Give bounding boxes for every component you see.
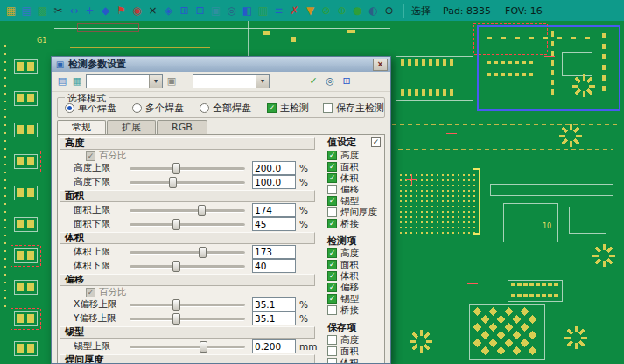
checkbox-icon — [86, 151, 95, 161]
volume-lower-slider[interactable] — [130, 260, 245, 273]
target-select-icon[interactable]: ◈ — [161, 4, 176, 18]
chevron-down-icon[interactable]: ▾ — [256, 75, 269, 88]
board-icon[interactable]: ▦ — [4, 4, 18, 18]
value-check-bridge[interactable]: 桥接 — [327, 218, 384, 229]
cut-icon[interactable]: ✂ — [51, 4, 66, 18]
slider-thumb[interactable] — [169, 177, 177, 188]
area-upper-input[interactable] — [252, 203, 296, 217]
slider-thumb[interactable] — [200, 341, 207, 353]
camera-icon[interactable]: ◎ — [224, 4, 239, 18]
shape-upper-slider[interactable] — [130, 340, 245, 354]
move-cross-icon[interactable]: + — [82, 4, 97, 18]
value-check-offset[interactable]: 偏移 — [327, 184, 384, 195]
radio-multi-pad[interactable]: 多个焊盘 — [132, 102, 184, 115]
slider-thumb[interactable] — [172, 299, 180, 311]
volume-upper-input[interactable] — [252, 245, 296, 259]
checkbox-label: 偏移 — [340, 184, 359, 196]
image-icon[interactable]: ▣ — [208, 4, 223, 18]
drop-icon[interactable]: ▼ — [303, 4, 318, 18]
checkbox-main-detect[interactable]: 主检测 — [267, 102, 309, 115]
shape-upper-input[interactable] — [252, 340, 296, 354]
grid-icon[interactable]: ⊞ — [340, 74, 354, 88]
template-combobox-2[interactable]: ▾ — [193, 74, 270, 88]
tab-extended[interactable]: 扩展 — [107, 120, 156, 134]
save-check-height[interactable]: 高度 — [327, 334, 384, 346]
offset-x-slider[interactable] — [130, 298, 245, 312]
detect-check-volume[interactable]: 体积 — [327, 270, 384, 282]
layers-icon[interactable]: ▦ — [70, 74, 84, 88]
slider-thumb[interactable] — [172, 261, 180, 272]
radio-all-pads[interactable]: 全部焊盘 — [200, 102, 251, 115]
detect-check-height[interactable]: 高度 — [327, 248, 384, 259]
detect-items-header: 检测项 — [327, 234, 384, 246]
slider-thumb[interactable] — [172, 219, 180, 230]
chevron-down-icon[interactable]: ▾ — [149, 75, 162, 88]
contrast-icon[interactable]: ◐ — [366, 4, 381, 18]
delete-icon[interactable]: ✗ — [287, 4, 302, 18]
volume-upper-slider[interactable] — [130, 246, 245, 259]
template-combobox-1[interactable]: ▾ — [86, 74, 163, 88]
marker-icon[interactable]: ◉ — [130, 4, 144, 18]
pin-red-icon[interactable]: ⚑ — [114, 4, 129, 18]
value-check-gap[interactable]: 焊间厚度 — [327, 206, 384, 218]
main-toolbar: ▦▤▩✂↔+◆⚑◉×◈⊞⊟▣◎◧▥≡✗▼⊘⊕●◐⊙ 选择 Pad: 8335 F… — [0, 0, 624, 21]
tab-rgb[interactable]: RGB — [157, 120, 207, 134]
offset-x-row: X偏移上限 % — [74, 298, 319, 312]
detect-check-offset[interactable]: 偏移 — [327, 282, 384, 293]
slider-thumb[interactable] — [172, 163, 180, 174]
value-check-volume[interactable]: 体积 — [327, 172, 384, 184]
palette-icon[interactable]: ▩ — [35, 4, 50, 18]
doc-icon[interactable]: ▤ — [55, 74, 69, 88]
dialog-toolbar-mid-icons: ▣ — [165, 74, 179, 88]
camera-icon[interactable]: ◎ — [323, 74, 337, 88]
section-header-area: 面积 — [60, 190, 315, 202]
diamond-select-icon[interactable]: ◆ — [98, 4, 113, 18]
chart-icon[interactable]: ▥ — [256, 4, 270, 18]
disable-icon[interactable]: ⊘ — [319, 4, 333, 18]
slider-thumb[interactable] — [198, 205, 206, 216]
height-upper-slider[interactable] — [130, 162, 245, 175]
move-horizontal-icon[interactable]: ↔ — [67, 4, 81, 18]
value-check-height[interactable]: 高度 — [327, 150, 384, 161]
checkbox-save-main-detect[interactable]: 保存主检测 — [323, 102, 384, 115]
height-lower-slider[interactable] — [130, 176, 245, 189]
unit-label: % — [299, 313, 315, 324]
slider-thumb[interactable] — [172, 313, 180, 325]
offset-y-row: Y偏移上限 % — [74, 312, 319, 326]
area-upper-slider[interactable] — [130, 204, 245, 217]
target-run-icon[interactable]: ⊕ — [334, 4, 349, 18]
detect-check-bridge[interactable]: 桥接 — [327, 304, 384, 316]
list-icon[interactable]: ≡ — [271, 4, 286, 18]
close-button[interactable]: × — [373, 59, 388, 71]
height-lower-input[interactable] — [252, 175, 296, 189]
cells-icon[interactable]: ⊟ — [193, 4, 207, 18]
detect-check-area[interactable]: 面积 — [327, 259, 384, 270]
run-icon[interactable]: ● — [350, 4, 365, 18]
tab-general[interactable]: 常规 — [57, 120, 106, 134]
value-check-area[interactable]: 面积 — [327, 161, 384, 172]
offset-x-input[interactable] — [252, 298, 296, 312]
height-upper-input[interactable] — [252, 161, 296, 175]
section-header-gap: 焊间厚度 — [60, 354, 315, 364]
close-mark-icon[interactable]: × — [145, 4, 160, 18]
layers-icon[interactable]: ▤ — [19, 4, 34, 18]
save-check-volume[interactable]: 体积 — [327, 357, 384, 364]
half-view-icon[interactable]: ◧ — [240, 4, 255, 18]
volume-lower-input[interactable] — [252, 259, 296, 273]
offset-y-input[interactable] — [252, 312, 296, 326]
save-check-area[interactable]: 面积 — [327, 346, 384, 357]
dialog-titlebar[interactable]: ▣ 检测参数设置 × — [52, 57, 390, 72]
area-lower-input[interactable] — [252, 217, 296, 231]
apply-check-icon[interactable]: ✓ — [306, 74, 320, 88]
area-lower-slider[interactable] — [130, 218, 245, 231]
value-set-enable-checkbox[interactable] — [371, 137, 381, 147]
offset-y-slider[interactable] — [130, 312, 245, 326]
radio-icon — [200, 103, 209, 113]
dot-icon[interactable]: ⊙ — [382, 4, 396, 18]
table-icon[interactable]: ⊞ — [177, 4, 192, 18]
select-mode-button[interactable]: 选择 — [411, 4, 431, 18]
page-icon[interactable]: ▣ — [165, 74, 179, 88]
slider-thumb[interactable] — [199, 247, 207, 258]
detect-check-shape[interactable]: 锡型 — [327, 293, 384, 304]
value-check-shape[interactable]: 锡型 — [327, 195, 384, 206]
